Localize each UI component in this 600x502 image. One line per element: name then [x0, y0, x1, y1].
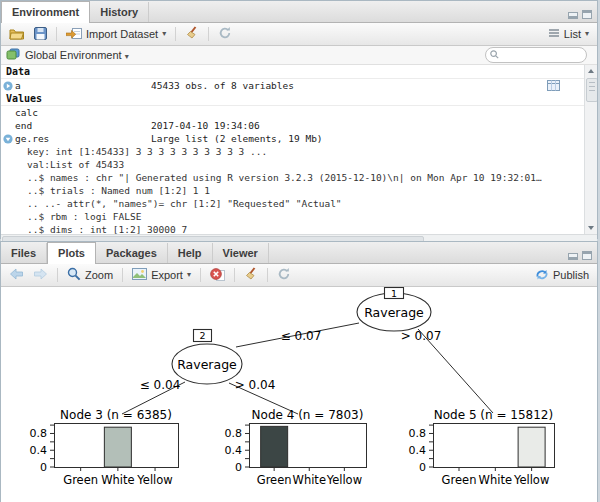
refresh-plot-button[interactable] — [274, 266, 294, 284]
object-name: calc — [15, 106, 38, 119]
detail-row: val:List of 45433 — [1, 158, 584, 171]
bar-white — [104, 427, 131, 467]
maximize-pane-icon[interactable] — [582, 5, 592, 23]
object-row-ge-res[interactable]: ge.res Large list (2 elements, 19 Mb) — [1, 132, 584, 145]
section-header-data: Data — [1, 65, 584, 79]
tab-environment[interactable]: Environment — [1, 1, 90, 23]
toolbar-separator — [175, 27, 176, 41]
object-row-a[interactable]: a 45433 obs. of 8 variables — [1, 79, 584, 92]
clear-objects-button[interactable] — [182, 25, 202, 43]
save-workspace-button[interactable] — [31, 25, 50, 43]
tab-packages-label: Packages — [106, 247, 157, 259]
environment-tabbar: Environment History — [1, 1, 597, 23]
clear-plots-button[interactable] — [241, 266, 261, 284]
list-view-button[interactable]: List ▾ — [545, 25, 592, 43]
previous-plot-button[interactable] — [6, 266, 27, 284]
import-dataset-button[interactable]: Import Dataset ▾ — [63, 25, 169, 43]
tab-history-label: History — [100, 6, 138, 18]
toolbar-separator — [56, 27, 57, 41]
open-workspace-button[interactable] — [6, 25, 28, 43]
decision-tree-plot: 1 Raverage ≤ 0.07 > 0.07 2 Raverage ≤ 0.… — [1, 287, 599, 502]
minimize-pane-icon[interactable] — [568, 246, 578, 264]
environment-search-box — [485, 47, 587, 63]
y-tick-label: 0.4 — [409, 444, 427, 457]
edge-label-right: > 0.04 — [235, 378, 276, 392]
edge-label-left: ≤ 0.07 — [281, 329, 322, 343]
tab-history[interactable]: History — [90, 2, 149, 22]
object-name: a — [15, 79, 21, 92]
zoom-label: Zoom — [85, 269, 113, 281]
tab-viewer-label: Viewer — [223, 247, 258, 259]
detail-row: key: int [1:45433] 3 3 3 3 3 3 3 3 3 3 .… — [1, 145, 584, 158]
toolbar-separator — [267, 268, 268, 282]
refresh-icon — [277, 267, 291, 283]
vertical-scrollbar[interactable] — [584, 65, 597, 234]
tab-packages[interactable]: Packages — [96, 243, 168, 263]
environment-object-list: Data a 45433 obs. of 8 variables Values … — [1, 65, 597, 234]
refresh-environment-button[interactable] — [215, 25, 235, 43]
environment-search-input[interactable] — [502, 48, 576, 62]
tree-node-1-number: 1 — [391, 288, 397, 299]
view-table-icon[interactable] — [547, 80, 560, 94]
toolbar-separator — [122, 268, 123, 282]
tab-files[interactable]: Files — [1, 243, 47, 263]
tree-node-2-label: Raverage — [177, 357, 237, 372]
detail-row: .. ..- attr(*, "names")= chr [1:2] "Requ… — [1, 197, 584, 210]
x-tick-label: Yellow — [326, 473, 362, 487]
next-plot-button[interactable] — [30, 266, 51, 284]
leaf-title: Node 3 (n = 6385) — [60, 408, 172, 422]
expand-collapsed-icon[interactable] — [3, 81, 13, 94]
scrollbar-thumb[interactable] — [586, 78, 597, 102]
object-row-calc[interactable]: calc — [1, 106, 584, 119]
toolbar-separator — [200, 268, 201, 282]
global-environment-icon — [6, 48, 20, 62]
object-row-end[interactable]: end 2017-04-10 19:34:06 — [1, 119, 584, 132]
object-value: 45433 obs. of 8 variables — [151, 79, 294, 92]
list-icon — [548, 28, 560, 40]
detail-row: ..$ names : chr "| Generated using R ver… — [1, 171, 584, 184]
scroll-down-icon[interactable] — [585, 222, 597, 234]
tab-help[interactable]: Help — [168, 243, 213, 263]
forward-arrow-icon — [33, 268, 48, 282]
scroll-up-icon[interactable] — [585, 65, 597, 77]
tree-node-2-number: 2 — [199, 330, 205, 341]
tab-help-label: Help — [178, 247, 202, 259]
environment-scope-selector[interactable]: Global Environment ▾ — [25, 49, 129, 61]
chevron-down-icon: ▾ — [187, 271, 191, 279]
y-tick-label: 0.8 — [30, 427, 48, 440]
detail-row: ..$ trials : Named num [1:2] 1 1 — [1, 184, 584, 197]
publish-label: Publish — [553, 269, 589, 281]
export-image-icon — [132, 268, 147, 282]
tab-environment-label: Environment — [12, 6, 79, 18]
x-tick-label: Yellow — [513, 473, 549, 487]
environment-pane: Environment History Import Dataset ▾ — [0, 0, 598, 239]
tab-viewer[interactable]: Viewer — [213, 243, 269, 263]
y-tick-label: 0.4 — [30, 444, 48, 457]
edge-label-left: ≤ 0.04 — [140, 378, 181, 392]
x-tick-label: Green — [257, 473, 292, 487]
save-icon — [34, 27, 47, 42]
x-tick-label: White — [101, 473, 134, 487]
edge-label-right: > 0.07 — [401, 329, 442, 343]
search-icon — [490, 49, 499, 61]
toolbar-separator — [234, 268, 235, 282]
remove-plot-button[interactable] — [207, 266, 228, 284]
leaf-chart-node-3: GreenWhiteYellow00.40.8Node 3 (n = 6385) — [30, 408, 179, 487]
zoom-plot-button[interactable]: Zoom — [64, 266, 116, 284]
maximize-pane-icon[interactable] — [582, 246, 592, 264]
publish-button[interactable]: Publish — [532, 266, 592, 284]
y-tick-label: 0.8 — [409, 427, 427, 440]
export-plot-button[interactable]: Export ▾ — [129, 266, 194, 284]
object-name: ge.res — [15, 132, 49, 145]
tab-plots[interactable]: Plots — [47, 242, 96, 264]
minimize-pane-icon[interactable] — [568, 5, 578, 23]
magnifier-icon — [67, 267, 81, 283]
y-tick-label: 0.4 — [225, 444, 243, 457]
object-value: 2017-04-10 19:34:06 — [151, 119, 260, 132]
plot-area: 1 Raverage ≤ 0.07 > 0.07 2 Raverage ≤ 0.… — [1, 287, 597, 502]
toolbar-separator — [208, 27, 209, 41]
object-value: Large list (2 elements, 19 Mb) — [151, 132, 323, 145]
plots-pane: Files Plots Packages Help Viewer Zoom — [0, 241, 598, 502]
tab-plots-label: Plots — [58, 247, 85, 259]
toolbar-separator — [57, 268, 58, 282]
